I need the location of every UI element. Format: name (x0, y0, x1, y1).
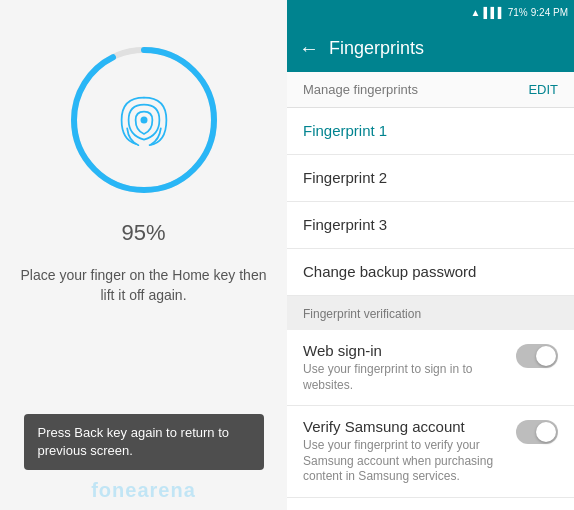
web-signin-title: Web sign-in (303, 342, 506, 359)
fingerprint-3-label: Fingerprint 3 (303, 216, 387, 233)
status-icons: ▲ ▌▌▌ 71% 9:24 PM (471, 7, 568, 18)
app-header: ← Fingerprints (287, 24, 574, 72)
time-text: 9:24 PM (531, 7, 568, 18)
verification-section-header: Fingerprint verification (287, 296, 574, 330)
web-signin-row: Web sign-in Use your fingerprint to sign… (287, 330, 574, 406)
fingerprint-3-item[interactable]: Fingerprint 3 (287, 202, 574, 249)
svg-point-1 (74, 50, 214, 190)
web-signin-desc: Use your fingerprint to sign in to websi… (303, 362, 506, 393)
instruction-text: Place your finger on the Home key then l… (0, 266, 287, 305)
change-backup-row[interactable]: Change backup password (287, 249, 574, 296)
left-panel: 95% Place your finger on the Home key th… (0, 0, 287, 510)
manage-fingerprints-row: Manage fingerprints EDIT (287, 72, 574, 108)
signal-icon: ▌▌▌ (483, 7, 504, 18)
samsung-account-row: Verify Samsung account Use your fingerpr… (287, 406, 574, 498)
wifi-icon: ▲ (471, 7, 481, 18)
fingerprint-1-item[interactable]: Fingerprint 1 (287, 108, 574, 155)
samsung-account-text: Verify Samsung account Use your fingerpr… (303, 418, 506, 485)
web-signin-text: Web sign-in Use your fingerprint to sign… (303, 342, 506, 393)
verification-section-label: Fingerprint verification (303, 307, 421, 321)
change-backup-label: Change backup password (303, 263, 476, 280)
samsung-account-toggle[interactable] (516, 420, 558, 444)
right-panel: ▲ ▌▌▌ 71% 9:24 PM ← Fingerprints Manage … (287, 0, 574, 510)
header-title: Fingerprints (329, 38, 424, 59)
samsung-account-desc: Use your fingerprint to verify your Sams… (303, 438, 506, 485)
manage-label: Manage fingerprints (303, 82, 418, 97)
scan-percentage: 95% (121, 220, 165, 246)
web-signin-toggle[interactable] (516, 344, 558, 368)
edit-button[interactable]: EDIT (528, 82, 558, 97)
watermark: fonearena (91, 479, 196, 502)
fingerprint-1-label: Fingerprint 1 (303, 122, 387, 139)
back-toast: Press Back key again to return to previo… (24, 414, 264, 470)
status-bar: ▲ ▌▌▌ 71% 9:24 PM (287, 0, 574, 24)
samsung-account-title: Verify Samsung account (303, 418, 506, 435)
fingerprint-2-item[interactable]: Fingerprint 2 (287, 155, 574, 202)
content-area: Manage fingerprints EDIT Fingerprint 1 F… (287, 72, 574, 510)
fingerprint-circle (64, 40, 224, 200)
back-button[interactable]: ← (299, 37, 319, 60)
battery-text: 71% (508, 7, 528, 18)
fingerprint-2-label: Fingerprint 2 (303, 169, 387, 186)
